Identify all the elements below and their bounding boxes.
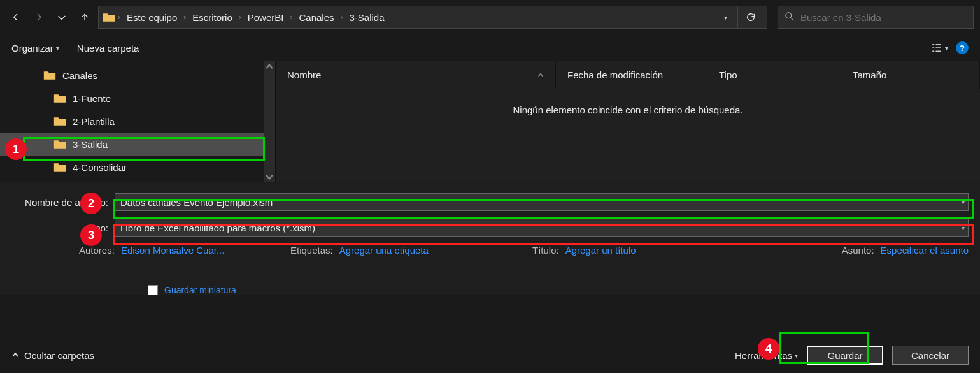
tree-item-label: 4-Consolidar bbox=[73, 162, 127, 173]
breadcrumb-item[interactable]: PowerBI bbox=[244, 12, 288, 23]
authors-label: Autores: bbox=[79, 245, 115, 256]
subject-label: Asunto: bbox=[842, 245, 874, 256]
title-label: Título: bbox=[532, 245, 559, 256]
folder-tree: Canales 1-Fuente 2-Plantilla 3-Salida 4-… bbox=[0, 61, 275, 182]
chevron-right-icon: › bbox=[288, 13, 294, 22]
filename-input[interactable] bbox=[115, 193, 969, 211]
refresh-button[interactable] bbox=[737, 6, 763, 29]
folder-icon bbox=[53, 162, 66, 172]
folder-icon bbox=[43, 70, 56, 80]
tree-scrollbar[interactable] bbox=[264, 61, 275, 182]
organize-button[interactable]: Organizar▾ bbox=[11, 43, 59, 54]
chevron-right-icon: › bbox=[339, 13, 344, 22]
scroll-down-icon[interactable] bbox=[265, 172, 274, 181]
folder-icon bbox=[103, 12, 115, 22]
toolbar: Organizar▾ Nueva carpeta ▾ ? bbox=[0, 34, 980, 61]
address-bar: › Este equipo › Escritorio › PowerBI › C… bbox=[0, 0, 980, 34]
save-thumbnail-checkbox[interactable] bbox=[148, 285, 158, 295]
tree-item-label: 2-Plantilla bbox=[73, 116, 115, 127]
breadcrumb-item[interactable]: Este equipo bbox=[123, 12, 181, 23]
tree-item-2-plantilla[interactable]: 2-Plantilla bbox=[0, 110, 275, 133]
subject-value[interactable]: Especificar el asunto bbox=[881, 245, 969, 256]
column-headers: Nombre Fecha de modificación Tipo Tamaño bbox=[276, 61, 980, 89]
filename-label: Nombre de archivo: bbox=[11, 197, 115, 208]
authors-value[interactable]: Edison Monsalve Cuar... bbox=[121, 245, 225, 256]
chevron-right-icon: › bbox=[117, 13, 122, 22]
up-button[interactable] bbox=[75, 8, 94, 27]
file-list: Nombre Fecha de modificación Tipo Tamaño… bbox=[275, 61, 980, 182]
view-options-button[interactable]: ▾ bbox=[931, 42, 948, 54]
cancel-button[interactable]: Cancelar bbox=[892, 346, 969, 365]
back-button[interactable] bbox=[6, 8, 25, 27]
breadcrumb[interactable]: › Este equipo › Escritorio › PowerBI › C… bbox=[98, 6, 767, 29]
hide-folders-button[interactable]: Ocultar carpetas bbox=[11, 350, 94, 361]
filetype-select[interactable] bbox=[115, 219, 969, 237]
column-name[interactable]: Nombre bbox=[276, 61, 556, 89]
tree-item-1-fuente[interactable]: 1-Fuente bbox=[0, 87, 275, 110]
tree-item-label: Canales bbox=[62, 70, 97, 81]
scroll-up-icon[interactable] bbox=[265, 62, 274, 71]
folder-icon bbox=[53, 139, 66, 149]
help-button[interactable]: ? bbox=[956, 41, 969, 54]
column-type[interactable]: Tipo bbox=[707, 61, 841, 89]
tags-value[interactable]: Agregar una etiqueta bbox=[339, 245, 429, 256]
tags-label: Etiquetas: bbox=[290, 245, 333, 256]
column-size[interactable]: Tamaño bbox=[841, 61, 980, 89]
metadata-row: Autores: Edison Monsalve Cuar... Etiquet… bbox=[11, 245, 969, 256]
sort-up-icon bbox=[537, 72, 544, 78]
tree-item-label: 1-Fuente bbox=[73, 93, 111, 104]
chevron-down-icon[interactable]: ▾ bbox=[724, 14, 727, 21]
tree-item-3-salida[interactable]: 3-Salida bbox=[0, 133, 275, 156]
breadcrumb-item[interactable]: Escritorio bbox=[188, 12, 236, 23]
tree-item-label: 3-Salida bbox=[73, 139, 108, 150]
save-form: Nombre de archivo: ▾ Tipo: ▾ Autores: Ed… bbox=[0, 182, 980, 295]
folder-icon bbox=[53, 116, 66, 126]
breadcrumb-item[interactable]: Canales bbox=[295, 12, 337, 23]
chevron-right-icon: › bbox=[182, 13, 187, 22]
empty-list-message: Ningún elemento coincide con el criterio… bbox=[276, 89, 980, 115]
title-value[interactable]: Agregar un título bbox=[565, 245, 636, 256]
forward-button[interactable] bbox=[29, 8, 48, 27]
tree-item-canales[interactable]: Canales bbox=[0, 64, 275, 87]
search-input[interactable] bbox=[800, 12, 967, 23]
chevron-up-icon bbox=[11, 351, 19, 359]
svg-point-0 bbox=[786, 13, 792, 18]
filetype-label: Tipo: bbox=[11, 223, 115, 233]
breadcrumb-item[interactable]: 3-Salida bbox=[346, 12, 388, 23]
search-box[interactable] bbox=[778, 6, 974, 29]
save-thumbnail-label[interactable]: Guardar miniatura bbox=[164, 285, 236, 295]
tools-dropdown[interactable]: Herramientas▾ bbox=[735, 350, 798, 361]
search-icon bbox=[785, 11, 794, 23]
tree-item-4-consolidar[interactable]: 4-Consolidar bbox=[0, 156, 275, 179]
folder-icon bbox=[53, 93, 66, 103]
main-area: Canales 1-Fuente 2-Plantilla 3-Salida 4-… bbox=[0, 61, 980, 182]
chevron-right-icon: › bbox=[238, 13, 243, 22]
dialog-footer: Ocultar carpetas Herramientas▾ Guardar C… bbox=[0, 337, 980, 373]
column-date[interactable]: Fecha de modificación bbox=[556, 61, 707, 89]
save-button[interactable]: Guardar bbox=[807, 346, 883, 365]
new-folder-button[interactable]: Nueva carpeta bbox=[77, 43, 139, 54]
recent-dropdown[interactable] bbox=[52, 8, 71, 27]
